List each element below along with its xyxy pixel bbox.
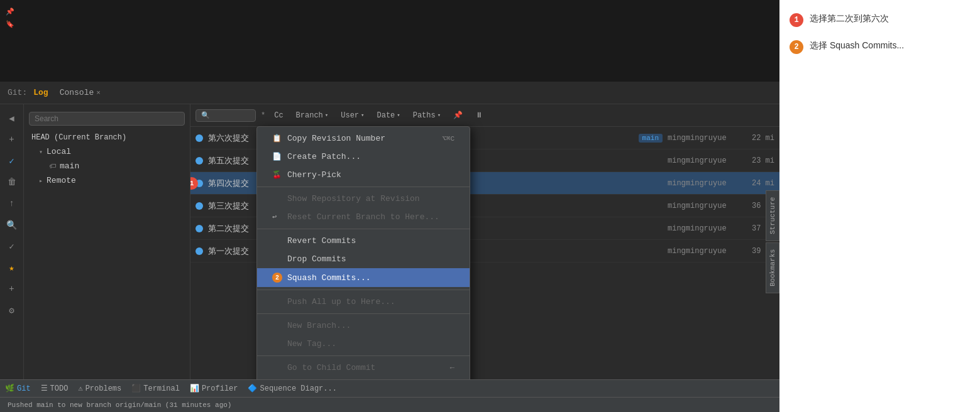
menu-item-icon: 📋 [272,134,282,143]
cc-filter[interactable]: Cc [270,110,287,121]
menu-item-label: Reset Current Branch to Here... [287,212,439,222]
menu-item: Go to Parent Commit→ [257,377,470,379]
bookmarks-tab[interactable]: Bookmarks [766,242,779,293]
menu-separator [257,290,470,290]
remote-chevron: ▸ [39,177,43,185]
commit-author: mingmingruyue [668,202,743,210]
commit-author: mingmingruyue [668,224,743,233]
commit-author: mingmingruyue [668,134,743,143]
user-chevron-icon: ▾ [361,112,364,119]
menu-separator [257,187,470,187]
menu-item[interactable]: 2Squash Commits... [257,268,470,287]
git-label: Git: [8,85,27,100]
menu-separator [257,313,470,314]
menu-item-label: Go to Child Commit [287,363,375,372]
branch-filter[interactable]: Branch ▾ [292,110,333,121]
menu-item-label: Cherry-Pick [287,170,341,180]
main-branch-item[interactable]: 🏷 main [24,159,190,173]
menu-item[interactable]: 📄Create Patch... [257,148,470,166]
log-tab[interactable]: Log [30,85,52,100]
collapse-icon[interactable]: ◀ [3,109,21,127]
menu-item[interactable]: 🍒Cherry-Pick [257,166,470,184]
terminal-bottom-btn[interactable]: ⬛ Terminal [131,384,180,393]
menu-item: Show Repository at Revision [257,190,470,208]
todo-bottom-btn[interactable]: ☰ TODO [41,384,69,393]
local-item[interactable]: ▾ Local [24,144,190,159]
log-search-input[interactable] [212,111,250,120]
commit-time: 22 mi [743,134,774,143]
sequence-bottom-btn[interactable]: 🔷 Sequence Diagr... [248,384,336,393]
menu-highlighted-badge: 2 [272,273,282,283]
bottom-toolbar: 🌿 Git ☰ TODO ⚠ Problems ⬛ Terminal 📊 Pro… [0,379,779,397]
menu-separator [257,355,470,356]
branch-chevron-icon: ▾ [325,112,328,119]
main-content: ◀ + ✓ 🗑 ↑ 🔍 ✓ ★ + ⚙ HEAD (Current Branch… [0,104,779,379]
search-icon2: 🔍 [201,111,210,119]
menu-item[interactable]: Revert Commits [257,232,470,250]
console-tab[interactable]: Console × [55,85,106,100]
plus-icon[interactable]: + [3,280,21,298]
date-filter[interactable]: Date ▾ [373,110,404,121]
commit-author: mingmingruyue [668,179,743,188]
trash-icon[interactable]: 🗑 [3,173,21,191]
menu-item-label: Squash Commits... [287,273,371,283]
menu-item-icon: ↩ [272,212,282,222]
bookmark-icon: 🔖 [5,19,15,29]
annotation-badge-2: 2 [790,40,803,54]
search-icon[interactable]: 🔍 [3,216,21,234]
console-close-icon[interactable]: × [96,89,101,97]
pin-toolbar-icon[interactable]: 📌 [449,109,466,121]
commit-branch: main [639,134,663,143]
gear-icon[interactable]: ⚙ [3,301,21,319]
profiler-bottom-btn[interactable]: 📊 Profiler [190,384,238,393]
head-item[interactable]: HEAD (Current Branch) [24,131,190,144]
menu-item: ↩Reset Current Branch to Here... [257,208,470,226]
branch-panel: HEAD (Current Branch) ▾ Local 🏷 main ▸ R… [24,104,190,379]
menu-item-label: Show Repository at Revision [287,194,420,203]
problems-icon: ⚠ [78,384,82,393]
menu-item[interactable]: Drop Commits [257,250,470,268]
menu-item-icon: 🍒 [272,170,282,180]
structure-tab[interactable]: Structure [766,190,779,241]
pause-icon[interactable]: ⏸ [471,109,487,121]
remote-item[interactable]: ▸ Remote [24,173,190,188]
branch-search-container [24,109,190,128]
top-area: 📌 🔖 [0,0,779,82]
commit-time: 23 mi [743,156,774,165]
push-icon[interactable]: ↑ [3,195,21,212]
head-label: HEAD (Current Branch) [31,133,126,142]
branch-search-input[interactable] [29,112,185,126]
star-icon[interactable]: ★ [3,259,21,276]
context-menu: 📋Copy Revision Number⌥⌘C📄Create Patch...… [256,126,470,379]
log-toolbar: 🔍 * Cc Branch ▾ User ▾ Date ▾ [190,104,779,127]
date-chevron-icon: ▾ [397,112,400,119]
menu-item-label: New Tag... [287,339,336,349]
menu-item: Go to Child Commit← [257,359,470,377]
menu-item[interactable]: 📋Copy Revision Number⌥⌘C [257,129,470,148]
paths-chevron-icon: ▾ [438,112,441,119]
menu-item-label: Revert Commits [287,236,356,246]
commit-dot [195,225,203,232]
checkmark-icon[interactable]: ✓ [3,152,21,170]
problems-bottom-btn[interactable]: ⚠ Problems [78,384,121,393]
terminal-icon: ⬛ [131,384,141,393]
commit-time: 24 mi [743,179,774,188]
ide-panel: 📌 🔖 Git: Log Console × ◀ + ✓ 🗑 ↑ 🔍 ✓ ★ +… [0,0,779,412]
paths-filter[interactable]: Paths ▾ [409,110,444,121]
annotation-item-1: 1 选择第二次到第六次 [790,13,970,27]
tag-icon: 🏷 [49,162,56,170]
check-icon2[interactable]: ✓ [3,237,21,255]
menu-item-label: Push All up to Here... [287,297,395,306]
git-bottom-btn[interactable]: 🌿 Git [5,384,31,393]
log-search-box: 🔍 [195,109,256,122]
annotation-item-2: 2 选择 Squash Commits... [790,40,970,54]
annotation-panel: 1 选择第二次到第六次 2 选择 Squash Commits... [779,0,980,412]
local-label: Local [47,147,71,156]
commit-dot [195,157,203,165]
user-filter[interactable]: User ▾ [337,110,368,121]
top-icons: 📌 🔖 [5,6,15,29]
add-icon[interactable]: + [3,131,21,148]
git-bottom-icon: 🌿 [5,384,14,393]
menu-item: New Tag... [257,335,470,353]
commit-dot [195,134,203,142]
